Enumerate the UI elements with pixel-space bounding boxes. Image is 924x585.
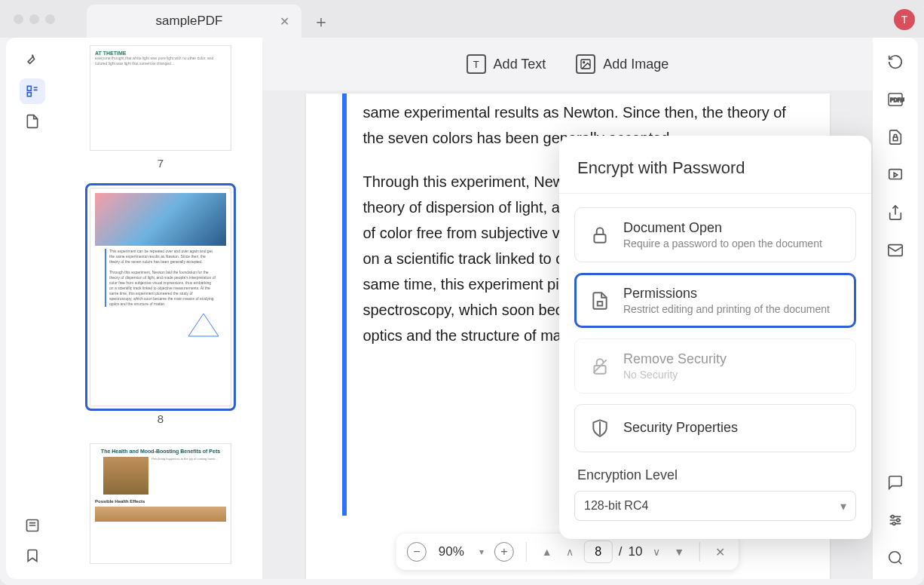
svg-point-23: [889, 552, 901, 563]
close-tab-icon[interactable]: ✕: [280, 14, 289, 29]
comment-icon[interactable]: [885, 472, 906, 493]
right-sidebar: PDF/A: [873, 38, 918, 579]
maximize-window-icon[interactable]: [45, 14, 55, 24]
prism-diagram-icon: [181, 310, 226, 340]
svg-rect-0: [27, 86, 31, 90]
form-tool-icon[interactable]: [20, 513, 45, 538]
last-page-button[interactable]: ▼: [671, 546, 687, 558]
highlighter-tool-icon[interactable]: [20, 48, 45, 74]
permissions-option[interactable]: Permissions Restrict editing and printin…: [574, 273, 856, 328]
encrypt-password-panel: Encrypt with Password Document Open Requ…: [559, 136, 871, 539]
share-icon[interactable]: [885, 202, 906, 223]
zoom-navigation-bar: − 90% ▾ + ▲ ∧ / 10 ∨ ▼ ✕: [396, 534, 739, 570]
svg-rect-1: [27, 93, 31, 96]
window-controls: [8, 14, 55, 24]
user-avatar[interactable]: T: [894, 9, 915, 30]
minimize-window-icon[interactable]: [29, 14, 39, 24]
document-open-option[interactable]: Document Open Require a password to open…: [574, 207, 856, 262]
svg-point-9: [583, 62, 585, 63]
first-page-button[interactable]: ▲: [539, 546, 555, 558]
thumb-photo: [103, 457, 148, 495]
page-thumbnail-9[interactable]: The Health and Mood-Boosting Benefits of…: [90, 443, 231, 564]
close-bar-icon[interactable]: ✕: [712, 545, 728, 559]
svg-point-21: [897, 519, 900, 522]
tab-title: samplePDF: [99, 14, 280, 29]
thumb-photo: [95, 507, 226, 522]
zoom-dropdown-icon[interactable]: ▾: [476, 547, 487, 557]
zoom-out-button[interactable]: −: [407, 542, 427, 562]
thumb-heading: AT THETIME: [95, 51, 126, 56]
search-icon[interactable]: [885, 547, 906, 568]
shield-icon: [589, 417, 611, 440]
add-text-button[interactable]: T Add Text: [467, 54, 546, 74]
svg-marker-14: [894, 173, 898, 177]
security-properties-option[interactable]: Security Properties: [574, 404, 856, 452]
thumb-image: [95, 193, 226, 246]
current-page-input[interactable]: [584, 541, 613, 563]
svg-point-20: [892, 516, 895, 519]
svg-rect-25: [594, 234, 605, 242]
slideshow-icon[interactable]: [885, 164, 906, 185]
rotate-icon[interactable]: [885, 51, 906, 72]
encryption-level-select[interactable]: 128-bit RC4 ▾: [574, 491, 856, 521]
svg-line-24: [898, 561, 901, 564]
titlebar: samplePDF ✕ ＋ T: [0, 0, 924, 38]
thumb-heading: The Health and Mood-Boosting Benefits of…: [101, 449, 220, 454]
new-tab-button[interactable]: ＋: [313, 11, 329, 33]
next-page-button[interactable]: ∨: [650, 546, 663, 558]
lock-icon: [589, 224, 611, 247]
prev-page-button[interactable]: ∧: [563, 546, 577, 558]
zoom-level: 90%: [434, 544, 469, 559]
chevron-down-icon: ▾: [840, 499, 846, 513]
document-tab[interactable]: samplePDF ✕: [87, 5, 301, 38]
security-icon[interactable]: [885, 127, 906, 148]
outline-panel-icon[interactable]: [20, 109, 45, 134]
editor-toolbar: T Add Text Add Image: [262, 38, 873, 90]
selection-indicator: [342, 93, 347, 516]
svg-rect-26: [598, 302, 603, 305]
image-icon: [576, 54, 595, 74]
remove-security-option: Remove Security No Security: [574, 338, 856, 394]
page-thumbnail-8[interactable]: This experiment can be repeated over and…: [90, 188, 231, 406]
thumbnail-label: 8: [158, 412, 164, 425]
panel-title: Encrypt with Password: [574, 158, 856, 178]
properties-icon[interactable]: [885, 510, 906, 531]
thumb-subheading: Possible Health Effects: [95, 499, 145, 504]
add-image-button[interactable]: Add Image: [576, 54, 669, 74]
svg-marker-7: [188, 314, 219, 336]
zoom-in-button[interactable]: +: [494, 542, 514, 562]
document-lock-icon: [589, 289, 611, 312]
pdfa-icon[interactable]: PDF/A: [885, 89, 906, 110]
text-icon: T: [467, 54, 486, 74]
close-window-icon[interactable]: [14, 14, 23, 24]
svg-text:PDF/A: PDF/A: [890, 97, 904, 103]
unlock-icon: [589, 355, 611, 378]
thumbnail-panel: AT THETIME everyone thought that white l…: [59, 38, 262, 579]
left-sidebar: [6, 38, 59, 579]
thumbnail-label: 7: [158, 157, 164, 170]
thumbnails-panel-icon[interactable]: [20, 78, 45, 104]
page-thumbnail-7[interactable]: AT THETIME everyone thought that white l…: [90, 45, 231, 151]
email-icon[interactable]: [885, 240, 906, 261]
bookmark-icon[interactable]: [20, 543, 45, 568]
encryption-level-label: Encryption Level: [577, 467, 856, 483]
total-pages: 10: [628, 544, 642, 559]
svg-rect-12: [893, 137, 898, 141]
svg-point-22: [892, 522, 895, 525]
